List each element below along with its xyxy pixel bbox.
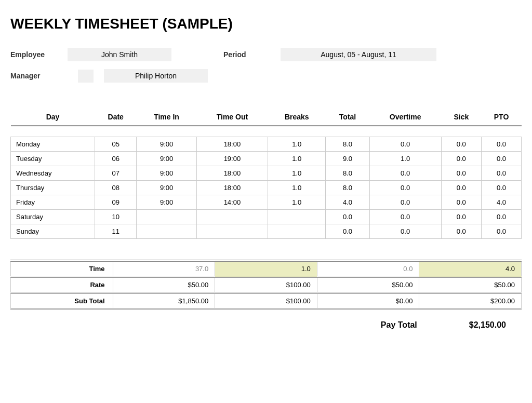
- summary-subtotal-sick: $0.00: [317, 293, 419, 309]
- summary-subtotal-pto: $200.00: [419, 293, 522, 309]
- summary-rate-sick: $50.00: [317, 277, 419, 293]
- summary-time-overtime: 1.0: [215, 261, 317, 277]
- cell-time_in: 9:00: [137, 137, 196, 151]
- summary-rate-total: $50.00: [113, 277, 215, 293]
- cell-sick: 0.0: [441, 137, 481, 151]
- cell-time_out: 18:00: [196, 137, 268, 151]
- cell-breaks: 1.0: [268, 137, 326, 151]
- summary-rate-label: Rate: [11, 277, 113, 293]
- cell-pto: 0.0: [482, 137, 522, 151]
- cell-overtime: 0.0: [369, 180, 441, 195]
- cell-time_in: [137, 224, 196, 238]
- manager-label: Manager: [10, 72, 57, 80]
- col-time-in: Time In: [137, 109, 196, 126]
- col-day: Day: [11, 109, 95, 126]
- cell-date: 11: [95, 224, 137, 238]
- cell-sick: 0.0: [441, 224, 481, 238]
- cell-total: 8.0: [326, 180, 369, 195]
- summary-time-total: 37.0: [113, 261, 215, 277]
- cell-time_out: 19:00: [196, 151, 268, 166]
- cell-overtime: 0.0: [369, 224, 441, 238]
- cell-time_out: 18:00: [196, 180, 268, 195]
- cell-time_in: 9:00: [137, 151, 196, 166]
- table-row: Saturday100.00.00.00.0: [11, 209, 522, 224]
- summary-time-sick: 0.0: [317, 261, 419, 277]
- cell-sick: 0.0: [441, 180, 481, 195]
- manager-box-decor: [78, 70, 94, 83]
- period-label: Period: [223, 50, 270, 59]
- pay-total-label: Pay Total: [381, 320, 417, 330]
- cell-time_in: 9:00: [137, 180, 196, 195]
- table-row: Monday059:0018:001.08.00.00.00.0: [11, 137, 522, 151]
- cell-breaks: [268, 224, 326, 238]
- cell-date: 05: [95, 137, 137, 151]
- cell-pto: 0.0: [482, 166, 522, 180]
- manager-value: Philip Horton: [104, 69, 208, 83]
- employee-value: John Smith: [68, 48, 171, 61]
- cell-pto: 4.0: [482, 195, 522, 209]
- col-time-out: Time Out: [196, 109, 268, 126]
- cell-time_out: 14:00: [196, 195, 268, 209]
- cell-pto: 0.0: [482, 151, 522, 166]
- table-row: Friday099:0014:001.04.00.00.04.0: [11, 195, 522, 209]
- table-row: Thursday089:0018:001.08.00.00.00.0: [11, 180, 522, 195]
- cell-time_out: [196, 224, 268, 238]
- cell-breaks: 1.0: [268, 180, 326, 195]
- cell-overtime: 0.0: [369, 166, 441, 180]
- cell-time_out: [196, 209, 268, 224]
- pay-total-value: $2,150.00: [469, 320, 506, 330]
- page-title: WEEKLY TIMESHEET (SAMPLE): [10, 16, 522, 32]
- table-row: Tuesday069:0019:001.09.01.00.00.0: [11, 151, 522, 166]
- cell-total: 0.0: [326, 224, 369, 238]
- summary-subtotal-overtime: $100.00: [215, 293, 317, 309]
- cell-breaks: 1.0: [268, 166, 326, 180]
- cell-date: 08: [95, 180, 137, 195]
- cell-date: 09: [95, 195, 137, 209]
- summary-time-pto: 4.0: [419, 261, 522, 277]
- cell-total: 4.0: [326, 195, 369, 209]
- cell-date: 06: [95, 151, 137, 166]
- cell-day: Saturday: [11, 209, 95, 224]
- cell-day: Tuesday: [11, 151, 95, 166]
- cell-time_in: [137, 209, 196, 224]
- cell-sick: 0.0: [441, 166, 481, 180]
- cell-day: Wednesday: [11, 166, 95, 180]
- cell-overtime: 0.0: [369, 195, 441, 209]
- summary-rate-overtime: $100.00: [215, 277, 317, 293]
- summary-subtotal-total: $1,850.00: [113, 293, 215, 309]
- cell-time_out: 18:00: [196, 166, 268, 180]
- cell-sick: 0.0: [441, 209, 481, 224]
- col-total: Total: [326, 109, 369, 126]
- cell-day: Monday: [11, 137, 95, 151]
- cell-day: Sunday: [11, 224, 95, 238]
- cell-pto: 0.0: [482, 224, 522, 238]
- cell-date: 07: [95, 166, 137, 180]
- col-date: Date: [95, 109, 137, 126]
- cell-overtime: 0.0: [369, 137, 441, 151]
- cell-breaks: 1.0: [268, 151, 326, 166]
- summary-time-label: Time: [11, 261, 113, 277]
- summary-table: Time 37.0 1.0 0.0 4.0 Rate $50.00 $100.0…: [10, 260, 522, 310]
- cell-total: 8.0: [326, 137, 369, 151]
- cell-total: 8.0: [326, 166, 369, 180]
- summary-rate-pto: $50.00: [419, 277, 522, 293]
- cell-time_in: 9:00: [137, 195, 196, 209]
- cell-sick: 0.0: [441, 195, 481, 209]
- cell-date: 10: [95, 209, 137, 224]
- cell-time_in: 9:00: [137, 166, 196, 180]
- cell-overtime: 1.0: [369, 151, 441, 166]
- table-row: Wednesday079:0018:001.08.00.00.00.0: [11, 166, 522, 180]
- col-breaks: Breaks: [268, 109, 326, 126]
- table-row: Sunday110.00.00.00.0: [11, 224, 522, 238]
- cell-overtime: 0.0: [369, 209, 441, 224]
- cell-pto: 0.0: [482, 209, 522, 224]
- cell-total: 9.0: [326, 151, 369, 166]
- summary-subtotal-label: Sub Total: [11, 293, 113, 309]
- cell-day: Friday: [11, 195, 95, 209]
- col-overtime: Overtime: [369, 109, 441, 126]
- employee-label: Employee: [10, 50, 57, 59]
- cell-sick: 0.0: [441, 151, 481, 166]
- cell-breaks: [268, 209, 326, 224]
- timesheet-table: Day Date Time In Time Out Breaks Total O…: [10, 109, 522, 239]
- cell-day: Thursday: [11, 180, 95, 195]
